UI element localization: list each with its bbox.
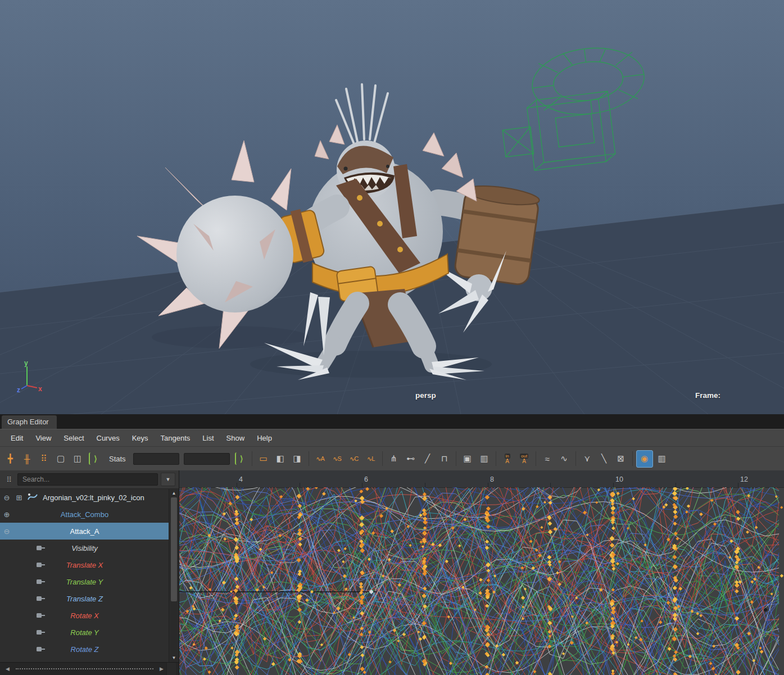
region-keys-tool[interactable]: ▢ (53, 451, 69, 467)
tree-row-rotate-x[interactable]: Rotate X (0, 607, 169, 624)
insert-keys-tool[interactable]: ╫ (19, 451, 35, 467)
anim-curve-icon (36, 561, 46, 570)
extra-tool-button[interactable]: ▥ (654, 451, 670, 467)
tangent-auto-button[interactable]: ∿A (312, 451, 328, 467)
filter-icon[interactable]: ⠿ (3, 474, 15, 485)
toolbar-separator (536, 451, 536, 466)
scroll-down-arrow[interactable]: ▼ (172, 654, 176, 662)
tree-row-attack-combo[interactable]: ⊕Attack_Combo (0, 506, 169, 523)
post-infinity-cycle-button[interactable]: outA (516, 451, 532, 467)
graph-editor-panel: Graph Editor EditViewSelectCurvesKeysTan… (0, 414, 784, 675)
menu-list[interactable]: List (196, 432, 220, 445)
resample-curve-button[interactable]: ∿ (556, 451, 572, 467)
curve-view[interactable] (179, 487, 784, 675)
insert-key-toggle-button[interactable]: ╲ (596, 451, 612, 467)
break-tangents-button[interactable]: ⋔ (386, 451, 402, 467)
search-input[interactable] (17, 473, 158, 486)
tree-vertical-scrollbar[interactable]: ▲ ▼ (169, 489, 179, 662)
tree-row-label: Attack_Combo (61, 510, 108, 519)
tree-row-translate-y[interactable]: Translate Y (0, 573, 169, 590)
tree-row-rotate-z[interactable]: Rotate Z (0, 641, 169, 658)
search-dropdown-button[interactable]: ▼ (161, 473, 175, 486)
frame-playback-range-button[interactable]: ◧ (273, 451, 288, 467)
stats-label: Stats (109, 455, 126, 463)
menu-keys[interactable]: Keys (126, 432, 155, 445)
scroll-left-arrow[interactable]: ◀ (3, 666, 12, 672)
menu-select[interactable]: Select (57, 432, 90, 445)
time-ruler[interactable]: 4681012 (179, 470, 784, 488)
ruler-tick (676, 483, 676, 487)
curve-graph-area: 4681012 (179, 470, 784, 675)
axis-z-label: z (17, 386, 20, 394)
tree-row-label: Rotate Y (70, 628, 98, 637)
frame-all-button[interactable]: ▭ (256, 451, 271, 467)
pre-infinity-cycle-button[interactable]: inA (500, 451, 515, 467)
menu-tangents[interactable]: Tangents (155, 432, 197, 445)
scrollbar-corner (166, 663, 176, 675)
graph-editor-content: ⠿ ▼ ⊖⊞Argonian_v02:lt_pinky_02_icon⊕Atta… (0, 470, 784, 675)
tree-row-attack-a[interactable]: ⊖Attack_A (0, 523, 169, 540)
tree-row-label: Rotate X (70, 611, 99, 620)
viewport-panel[interactable]: y x z persp Frame: (0, 0, 784, 414)
tangent-clamped-button[interactable]: ∿C (346, 451, 362, 467)
menu-show[interactable]: Show (220, 432, 251, 445)
tangent-spline-button[interactable]: ∿S (329, 451, 345, 467)
panel-tab-graph-editor[interactable]: Graph Editor (2, 415, 57, 429)
tree-row-rotate-y[interactable]: Rotate Y (0, 624, 169, 641)
tree-row-label: Visibility (71, 544, 98, 552)
anim-curve-icon (36, 545, 46, 553)
camera-name-label: persp (415, 391, 436, 400)
retime-tool[interactable]: ◫ (70, 451, 85, 467)
stats-value-field[interactable] (184, 453, 230, 465)
collapse-icon[interactable]: ⊖ (3, 493, 11, 502)
menu-curves[interactable]: Curves (90, 432, 126, 445)
menu-edit[interactable]: Edit (4, 432, 29, 445)
free-tangent-weight-button[interactable]: ╱ (420, 451, 436, 467)
tree-row-translate-x[interactable]: Translate X (0, 556, 169, 573)
time-editor-button[interactable]: ◉ (636, 450, 653, 468)
menu-view[interactable]: View (29, 432, 57, 445)
anim-curve-icon (36, 578, 46, 587)
anim-curve-icon (36, 629, 46, 637)
keys-move-tool[interactable]: ╋ (2, 451, 18, 467)
expand-icon[interactable]: ⊕ (3, 510, 11, 519)
snap-time-toggle[interactable]: ⟩ (89, 452, 100, 465)
frame-hud-label: Frame: (695, 391, 720, 400)
toolbar-separator (496, 451, 496, 466)
ruler-label-12: 12 (740, 475, 748, 483)
center-current-time-button[interactable]: ◨ (289, 451, 305, 467)
collapse-icon[interactable]: ⊖ (3, 527, 11, 536)
viewport-canvas[interactable]: y x z (0, 0, 784, 414)
ruler-label-10: 10 (615, 475, 623, 483)
smooth-curve-button[interactable]: ≈ (540, 451, 555, 467)
vertical-scrollbar-thumb[interactable] (171, 497, 177, 601)
scroll-up-arrow[interactable]: ▲ (172, 489, 176, 497)
ruler-tick (488, 483, 488, 487)
snap-value-toggle[interactable]: ⟩ (235, 452, 246, 465)
tree-row-label: Rotate Z (71, 645, 99, 654)
ruler-tick (237, 483, 237, 487)
lock-selected-curves-button[interactable]: ⊠ (613, 451, 629, 467)
scrollbar-dotted-track[interactable] (16, 668, 153, 669)
buffer-curve-snapshot-button[interactable]: ▣ (460, 451, 475, 467)
lattice-deform-keys-tool[interactable]: ⠿ (36, 451, 52, 467)
lock-tangent-weight-button[interactable]: ⊓ (437, 451, 452, 467)
toolbar-separator (632, 451, 633, 466)
tree-horizontal-scrollbar[interactable]: ◀ ▶ (0, 662, 179, 675)
ruler-tick (550, 483, 551, 487)
menu-help[interactable]: Help (251, 432, 278, 445)
swap-buffer-curve-button[interactable]: ▥ (477, 451, 492, 467)
break-connection-button[interactable]: ⋎ (579, 451, 595, 467)
ruler-tick (738, 483, 738, 487)
unify-tangents-button[interactable]: ⊷ (403, 451, 419, 467)
scroll-right-arrow[interactable]: ▶ (157, 666, 166, 672)
barrel-bracer (454, 183, 541, 286)
tree-row-label: Translate Z (66, 595, 103, 603)
tree-row-argonian-v02-lt-pinky-02-icon[interactable]: ⊖⊞Argonian_v02:lt_pinky_02_icon (0, 489, 169, 506)
character-shadow (250, 351, 492, 378)
add-box-icon[interactable]: ⊞ (15, 493, 23, 502)
stats-time-field[interactable] (133, 453, 179, 465)
tree-row-visibility[interactable]: Visibility (0, 540, 169, 556)
tree-row-translate-z[interactable]: Translate Z (0, 590, 169, 607)
tangent-linear-button[interactable]: ∿L (363, 451, 379, 467)
